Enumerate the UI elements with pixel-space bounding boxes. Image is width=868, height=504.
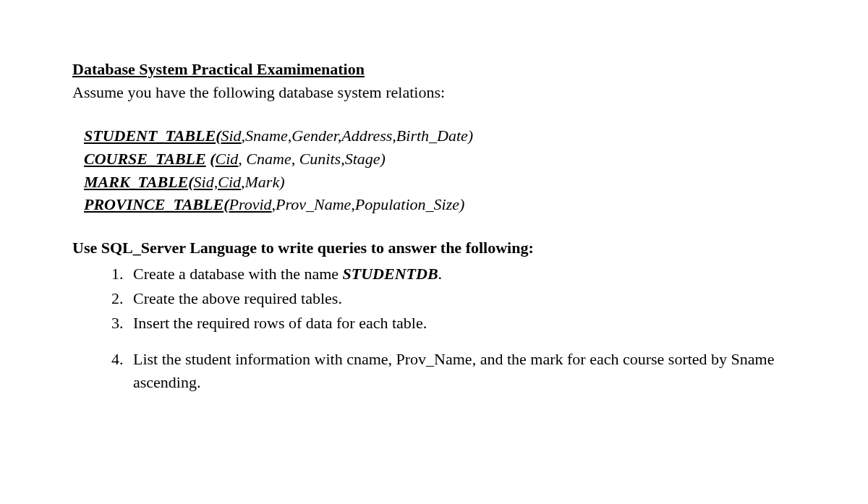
intro-text: Assume you have the following database s… — [72, 81, 796, 104]
relations-block: STUDENT_TABLE(Sid,Sname,Gender,Address,B… — [72, 124, 796, 217]
question-4: List the student information with cname,… — [127, 348, 796, 394]
document-title: Database System Practical Examimenation — [72, 60, 365, 78]
relation-province: PROVINCE_TABLE(Provid,Prov_Name,Populati… — [84, 193, 796, 216]
question-1: Create a database with the name STUDENTD… — [127, 262, 796, 286]
title-line: Database System Practical Examimenation — [72, 58, 796, 81]
instruction-text: Use SQL_Server Language to write queries… — [72, 236, 796, 260]
relation-student: STUDENT_TABLE(Sid,Sname,Gender,Address,B… — [84, 124, 796, 148]
relation-mark: MARK_TABLE(Sid,Cid,Mark) — [84, 171, 796, 194]
document-content: Database System Practical Examimenation … — [72, 58, 796, 394]
question-list: Create a database with the name STUDENTD… — [72, 262, 796, 393]
question-2: Create the above required tables. — [127, 287, 796, 310]
relation-course: COURSE_TABLE (Cid, Cname, Cunits,Stage) — [84, 148, 796, 171]
question-3: Insert the required rows of data for eac… — [127, 312, 796, 335]
